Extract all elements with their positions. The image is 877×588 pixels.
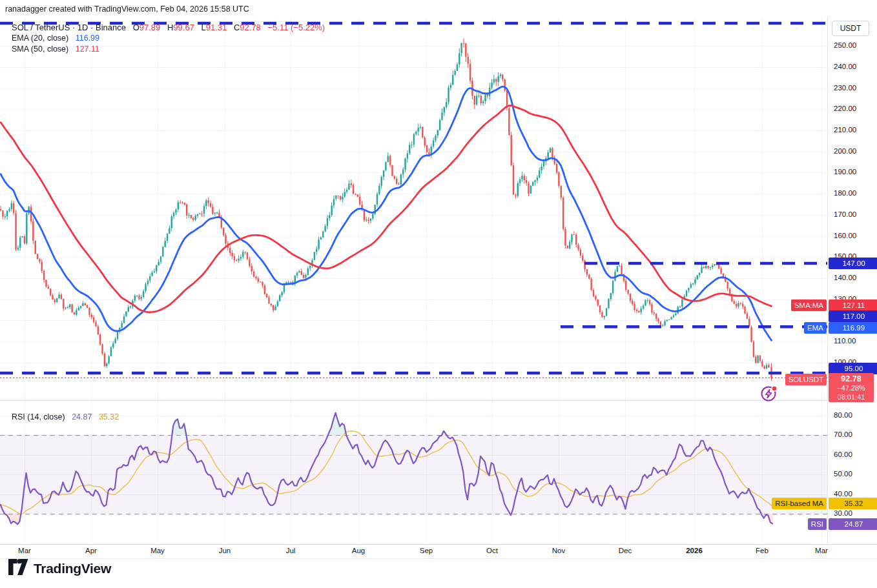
rsi-ma-legend-value: 35.32	[99, 412, 119, 421]
ema-tag: EMA	[804, 322, 827, 334]
price-tick: 190.00	[834, 168, 856, 176]
price-axis[interactable]: 250.00240.00230.00220.00210.00200.00190.…	[827, 17, 877, 558]
open-label: O	[133, 23, 139, 32]
price-tick: 200.00	[834, 147, 856, 155]
flash-boost-icon[interactable]	[759, 383, 779, 403]
ema-value-label: 116.99	[829, 322, 877, 334]
ema-legend-label: EMA (20, close)	[12, 34, 68, 43]
price-tick: 160.00	[834, 232, 856, 239]
rsi-tick: 80.00	[834, 411, 852, 419]
price-tick: 180.00	[834, 189, 856, 197]
sma-legend-value: 127.11	[76, 45, 99, 54]
rsi-tick: 30.00	[834, 509, 852, 517]
time-axis-label: Nov	[552, 547, 565, 554]
price-tick: 170.00	[834, 210, 856, 218]
close-label: C	[234, 23, 240, 32]
chart-canvas[interactable]	[0, 0, 877, 588]
time-axis-label: 2026	[686, 547, 703, 554]
symbol-title: SOL / TetherUS · 1D · Binance	[12, 23, 126, 32]
sma-value-label: 127.11	[829, 299, 877, 311]
sma-tag: SMA:MA	[791, 299, 827, 311]
rsi-legend-label: RSI (14, close)	[12, 412, 65, 421]
last-price-value: 92.78	[841, 374, 861, 383]
tradingview-snapshot: ranadagger created with TradingView.com,…	[0, 0, 877, 588]
high-value: 99.67	[173, 23, 194, 32]
low-value: 91.31	[206, 23, 227, 32]
price-tick: 250.00	[834, 41, 856, 49]
rsi-tick: 40.00	[834, 490, 852, 498]
rsi-legend: RSI (14, close) 24.87 35.32	[12, 412, 119, 421]
currency-toggle-button[interactable]: USDT	[832, 21, 869, 36]
snapshot-watermark: ranadagger created with TradingView.com,…	[5, 5, 249, 14]
sma-legend: SMA (50, close) 127.11	[12, 45, 99, 54]
time-axis-label: Aug	[352, 547, 365, 554]
price-tick: 230.00	[834, 84, 856, 92]
symbol-legend: SOL / TetherUS · 1D · Binance O97.89 H99…	[12, 23, 325, 32]
time-axis-label: May	[150, 547, 165, 554]
change-value: −5.11 (−5.22%)	[267, 23, 325, 32]
time-axis-label: Dec	[619, 547, 632, 554]
time-axis-label: Jun	[219, 547, 231, 554]
change-percent-value: −47.28%	[837, 383, 865, 392]
rsi-tag: RSI	[808, 518, 827, 530]
time-axis-label: Feb	[756, 547, 769, 554]
tradingview-logo-text: TradingView	[34, 561, 111, 576]
level-117-label: 117.00	[829, 310, 877, 322]
time-axis-label: Mar	[18, 547, 31, 554]
rsi-value-label: 24.87	[829, 518, 877, 530]
price-tick: 220.00	[834, 105, 856, 112]
price-tick: 240.00	[834, 63, 856, 70]
rsi-tick: 50.00	[834, 470, 852, 478]
rsi-ma-value-label: 35.32	[829, 498, 877, 509]
bar-countdown: 08:01:41	[838, 392, 865, 401]
close-value: 92.78	[240, 23, 261, 32]
open-value: 97.89	[139, 23, 161, 32]
level-147-label: 147.00	[829, 258, 877, 269]
rsi-tick: 70.00	[834, 431, 852, 438]
rsi-legend-value: 24.87	[72, 412, 92, 421]
sma-legend-label: SMA (50, close)	[12, 45, 68, 54]
price-tick: 140.00	[834, 274, 856, 281]
tradingview-logo-icon	[8, 559, 28, 578]
rsi-ma-tag: RSI-based MA	[772, 498, 827, 509]
time-axis-label: Oct	[486, 547, 498, 554]
rsi-tick: 60.00	[834, 451, 852, 458]
time-axis-label: Mar	[815, 547, 828, 554]
low-label: L	[201, 23, 206, 32]
ema-legend: EMA (20, close) 116.99	[12, 34, 99, 43]
price-tick: 210.00	[834, 126, 856, 134]
ema-legend-value: 116.99	[76, 34, 99, 43]
time-axis-label: Apr	[85, 547, 97, 554]
time-axis[interactable]: MarAprMayJunJulAugSepOctNovDec2026FebMar	[0, 544, 877, 559]
tradingview-logo[interactable]: TradingView	[8, 559, 111, 578]
time-axis-label: Jul	[286, 547, 296, 554]
last-price-label: 92.78 −47.28% 08:01:41	[829, 373, 874, 402]
time-axis-label: Sep	[420, 547, 433, 554]
high-label: H	[167, 23, 173, 32]
price-tick: 110.00	[834, 337, 856, 345]
symbol-tag: SOLUSDT	[785, 374, 827, 385]
